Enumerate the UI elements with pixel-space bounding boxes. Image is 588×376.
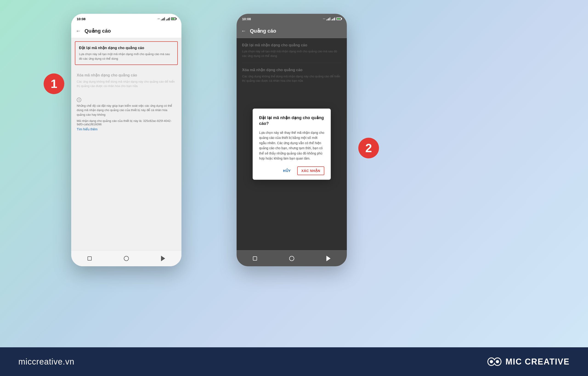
app-title-1: Quảng cáo bbox=[85, 28, 111, 34]
dialog-buttons: HỦY XÁC NHẬN bbox=[259, 167, 324, 175]
home-button[interactable] bbox=[123, 255, 130, 262]
brand-label: MIC CREATIVE bbox=[505, 357, 570, 366]
triangle-icon-2 bbox=[326, 256, 331, 261]
home-button-2[interactable] bbox=[288, 255, 295, 262]
time-1: 10:08 bbox=[77, 17, 86, 21]
circle-icon-2 bbox=[289, 256, 294, 261]
status-icons-1: ··· bbox=[158, 17, 176, 21]
app-bar-1: ← Quảng cáo bbox=[71, 24, 182, 38]
delete-ad-id-title: Xóa mã nhận dạng cho quảng cáo bbox=[77, 73, 176, 78]
time-2: 10:08 bbox=[242, 17, 251, 21]
app-bar-2: ← Quảng cáo bbox=[236, 24, 347, 38]
status-bar-1: 10:08 ··· bbox=[71, 14, 182, 24]
mic-logo: MIC CREATIVE bbox=[486, 356, 570, 367]
reset-ad-id-title: Đặt lại mã nhận dạng cho quảng cáo bbox=[79, 45, 174, 51]
confirm-button[interactable]: XÁC NHẬN bbox=[297, 167, 324, 175]
brand-section: MIC CREATIVE bbox=[486, 356, 570, 367]
step-1-label: 1 bbox=[51, 77, 57, 91]
ad-id-text: Mã nhận dạng cho quảng cáo của thiết bị … bbox=[77, 119, 176, 126]
step-1-circle: 1 bbox=[44, 73, 64, 94]
nav-bar-2 bbox=[236, 250, 347, 266]
wifi-icon-2 bbox=[331, 17, 335, 21]
back-button-1[interactable]: ← bbox=[76, 28, 81, 34]
svg-point-1 bbox=[496, 360, 499, 363]
info-text-1: Những chế độ cài đặt này giúp bạn kiểm s… bbox=[77, 104, 176, 117]
mic-logo-icon bbox=[486, 356, 502, 367]
status-bar-2: 10:08 ··· bbox=[236, 14, 347, 24]
phone-1: 10:08 ··· ← Quảng cáo bbox=[71, 14, 182, 266]
cancel-button[interactable]: HỦY bbox=[280, 167, 293, 175]
info-icon-1: ℹ bbox=[77, 98, 81, 102]
app-title-2: Quảng cáo bbox=[250, 28, 276, 34]
battery-icon-2 bbox=[336, 17, 341, 20]
delete-ad-id-item[interactable]: Xóa mã nhận dạng cho quảng cáo Các ứng d… bbox=[71, 68, 182, 93]
step-2-circle: 2 bbox=[358, 138, 379, 158]
dots-icon: ··· bbox=[158, 17, 160, 21]
phone-2: 10:08 ··· ← Quảng cáo bbox=[236, 14, 347, 266]
back-button-2[interactable]: ← bbox=[241, 28, 246, 34]
website-label: miccreative.vn bbox=[18, 357, 75, 366]
dialog-title: Đặt lại mã nhận dạng cho quảng cáo? bbox=[259, 115, 324, 126]
recent-apps-button-2[interactable] bbox=[252, 255, 258, 262]
signal-icon-2 bbox=[326, 17, 330, 21]
back-nav-button[interactable] bbox=[160, 255, 167, 262]
square-icon bbox=[87, 256, 92, 261]
info-section-1: ℹ Những chế độ cài đặt này giúp bạn kiểm… bbox=[71, 93, 182, 136]
circle-icon bbox=[124, 256, 129, 261]
status-icons-2: ··· bbox=[323, 17, 341, 21]
phone2-content: Đặt lại mã nhận dạng cho quảng cáo Lựa c… bbox=[236, 38, 347, 250]
phone1-content: Đặt lại mã nhận dạng cho quảng cáo Lựa c… bbox=[71, 38, 182, 250]
reset-ad-id-desc: Lựa chọn này sẽ tạo một mã nhận dạng mới… bbox=[79, 52, 174, 61]
reset-dialog: Đặt lại mã nhận dạng cho quảng cáo? Lựa … bbox=[253, 109, 331, 180]
signal-icon-1 bbox=[161, 17, 165, 21]
nav-bar-1 bbox=[71, 250, 182, 266]
dots-icon-2: ··· bbox=[323, 17, 325, 21]
delete-ad-id-desc: Các ứng dụng không thể dùng mã nhận dạng… bbox=[77, 79, 176, 88]
back-nav-button-2[interactable] bbox=[325, 255, 332, 262]
bottom-bar: miccreative.vn MIC CREATIVE bbox=[0, 347, 588, 376]
square-icon-2 bbox=[253, 256, 257, 261]
wifi-icon-1 bbox=[166, 17, 170, 21]
svg-point-0 bbox=[490, 360, 493, 363]
recent-apps-button[interactable] bbox=[86, 255, 93, 262]
battery-icon-1 bbox=[171, 17, 176, 20]
dialog-overlay: Đặt lại mã nhận dạng cho quảng cáo? Lựa … bbox=[236, 38, 347, 250]
reset-ad-id-item[interactable]: Đặt lại mã nhận dạng cho quảng cáo Lựa c… bbox=[75, 41, 178, 65]
learn-more-link[interactable]: Tìm hiểu thêm bbox=[77, 127, 176, 131]
triangle-icon bbox=[161, 256, 165, 261]
step-2-label: 2 bbox=[365, 141, 372, 155]
dialog-text: Lựa chọn này sẽ thay thế mã nhận dạng ch… bbox=[259, 130, 324, 161]
